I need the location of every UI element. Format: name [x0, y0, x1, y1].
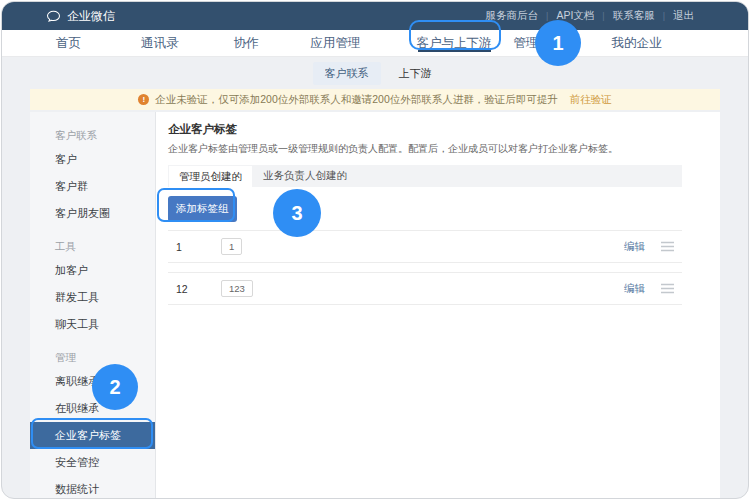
link-separator: | — [663, 11, 665, 21]
link-service-provider-console[interactable]: 服务商后台 — [486, 9, 539, 23]
nav-contacts[interactable]: 通讯录 — [141, 30, 179, 56]
edit-link[interactable]: 编辑 — [624, 240, 645, 254]
subtab-upstream-downstream[interactable]: 上下游 — [393, 62, 438, 85]
sidebar-item-active-inheritance[interactable]: 在职继承 — [30, 395, 155, 422]
drag-menu-icon[interactable] — [661, 241, 674, 252]
content-tabs: 管理员创建的 业务负责人创建的 — [168, 165, 682, 187]
link-contact-support[interactable]: 联系客服 — [613, 9, 655, 23]
tag-group-list: 1 1 编辑 12 123 编辑 — [168, 230, 682, 305]
sidebar-item-security-control[interactable]: 安全管控 — [30, 449, 155, 476]
annotation-step-2-badge: 2 — [92, 364, 138, 410]
sidebar-section-management: 管理 — [30, 338, 155, 368]
drag-menu-icon[interactable] — [661, 283, 674, 294]
annotation-step-1-badge: 1 — [535, 20, 581, 66]
sidebar-item-customer-moments[interactable]: 客户朋友圈 — [30, 200, 155, 227]
sidebar-item-bulk-message-tool[interactable]: 群发工具 — [30, 284, 155, 311]
wecom-logo-icon — [46, 9, 61, 24]
go-verify-link[interactable]: 前往验证 — [570, 93, 612, 107]
sidebar-item-add-customers[interactable]: 加客户 — [30, 257, 155, 284]
wecom-admin-window: 企业微信 服务商后台 | API文档 | 联系客服 | 退出 首页 通讯录 协作… — [1, 1, 749, 499]
sidebar-item-customer-groups[interactable]: 客户群 — [30, 173, 155, 200]
link-separator: | — [602, 11, 604, 21]
logo-text: 企业微信 — [67, 8, 115, 25]
sidebar-section-customer-contact: 客户联系 — [30, 116, 155, 146]
sidebar: 客户联系 客户 客户群 客户朋友圈 工具 加客户 群发工具 聊天工具 管理 离职… — [30, 112, 156, 499]
nav-collaboration[interactable]: 协作 — [234, 30, 259, 56]
annotation-step-3-badge: 3 — [273, 189, 321, 237]
main-nav: 首页 通讯录 协作 应用管理 客户与上下游 管理工具 我的企业 — [2, 30, 748, 57]
sidebar-item-data-statistics[interactable]: 数据统计 — [30, 476, 155, 499]
tag-chip[interactable]: 123 — [221, 280, 253, 297]
tag-chip[interactable]: 1 — [221, 238, 242, 255]
link-separator: | — [546, 11, 548, 21]
link-logout[interactable]: 退出 — [673, 9, 694, 23]
nav-my-company[interactable]: 我的企业 — [612, 30, 662, 56]
tab-business-owner-created[interactable]: 业务负责人创建的 — [253, 165, 357, 187]
warning-icon: ! — [138, 94, 149, 105]
sidebar-item-enterprise-customer-tags[interactable]: 企业客户标签 — [30, 422, 155, 449]
page-body: 客户联系 客户 客户群 客户朋友圈 工具 加客户 群发工具 聊天工具 管理 离职… — [30, 112, 720, 499]
tag-group-name: 1 — [176, 241, 221, 253]
content-panel: 企业客户标签 企业客户标签由管理员或一级管理规则的负责人配置。配置后，企业成员可… — [156, 112, 720, 499]
screenshot-frame: 企业微信 服务商后台 | API文档 | 联系客服 | 退出 首页 通讯录 协作… — [0, 0, 750, 500]
sidebar-section-tools: 工具 — [30, 227, 155, 257]
sidebar-item-chat-tool[interactable]: 聊天工具 — [30, 311, 155, 338]
notice-text: 企业未验证，仅可添加200位外部联系人和邀请200位外部联系人进群，验证后即可提… — [155, 93, 558, 107]
nav-home[interactable]: 首页 — [56, 30, 81, 56]
subtab-customer-contact[interactable]: 客户联系 — [313, 62, 381, 85]
edit-link[interactable]: 编辑 — [624, 282, 645, 296]
verification-notice-bar: ! 企业未验证，仅可添加200位外部联系人和邀请200位外部联系人进群，验证后即… — [30, 89, 720, 110]
topbar-links: 服务商后台 | API文档 | 联系客服 | 退出 — [486, 9, 694, 23]
nav-app-management[interactable]: 应用管理 — [311, 30, 361, 56]
add-tag-group-button[interactable]: 添加标签组 — [168, 196, 237, 222]
page-title: 企业客户标签 — [168, 120, 682, 138]
nav-customers-upstream-downstream[interactable]: 客户与上下游 — [417, 30, 492, 56]
page-description: 企业客户标签由管理员或一级管理规则的负责人配置。配置后，企业成员可以对客户打企业… — [168, 141, 682, 157]
tab-admin-created[interactable]: 管理员创建的 — [168, 165, 253, 187]
tag-group-row: 12 123 编辑 — [168, 272, 682, 305]
topbar: 企业微信 服务商后台 | API文档 | 联系客服 | 退出 — [2, 2, 748, 30]
sidebar-item-customers[interactable]: 客户 — [30, 146, 155, 173]
subtabs: 客户联系 上下游 — [2, 62, 748, 85]
tag-group-row: 1 1 编辑 — [168, 230, 682, 263]
wecom-logo: 企业微信 — [46, 8, 115, 25]
tag-group-name: 12 — [176, 283, 221, 295]
